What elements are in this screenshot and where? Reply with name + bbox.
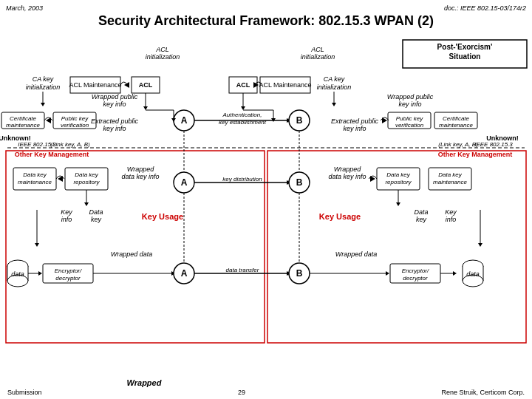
svg-text:verification: verification xyxy=(395,122,424,129)
svg-text:maintenance: maintenance xyxy=(433,179,467,185)
svg-text:Data: Data xyxy=(89,208,103,216)
svg-text:repository: repository xyxy=(73,179,100,185)
svg-text:ACL: ACL xyxy=(236,81,250,89)
svg-text:info: info xyxy=(446,216,457,223)
svg-text:Wrapped data: Wrapped data xyxy=(335,250,378,258)
svg-text:Wrapped: Wrapped xyxy=(127,378,162,387)
svg-text:A: A xyxy=(181,115,188,126)
svg-text:(Link key, A, B): (Link key, A, B) xyxy=(50,141,90,148)
svg-text:ACL: ACL xyxy=(139,81,153,89)
svg-text:Data key: Data key xyxy=(75,171,99,178)
svg-text:key distribution: key distribution xyxy=(222,176,262,183)
svg-text:initialization: initialization xyxy=(146,53,180,61)
header-left: March, 2003 xyxy=(6,4,43,12)
footer-page-number: 29 xyxy=(238,389,245,396)
svg-text:key info: key info xyxy=(103,100,126,108)
svg-text:B: B xyxy=(296,177,303,188)
svg-marker-137 xyxy=(453,271,457,276)
svg-text:Data: Data xyxy=(414,208,428,216)
svg-text:Wrapped public: Wrapped public xyxy=(92,93,138,100)
header-right: doc.: IEEE 802.15-03/174r2 xyxy=(444,4,526,12)
svg-marker-22 xyxy=(41,103,45,106)
footer-author: Rene Struik, Certicom Corp. xyxy=(441,389,525,396)
footer: Submission 29 Rene Struik, Certicom Corp… xyxy=(0,389,532,396)
svg-marker-108 xyxy=(478,243,482,247)
svg-text:Wrapped: Wrapped xyxy=(334,166,362,173)
svg-text:key: key xyxy=(91,216,102,223)
svg-text:Wrapped: Wrapped xyxy=(127,166,155,173)
svg-text:initialization: initialization xyxy=(26,83,61,91)
svg-text:key info: key info xyxy=(103,125,126,132)
page: March, 2003 doc.: IEEE 802.15-03/174r2 S… xyxy=(0,0,532,399)
svg-text:(Link key, A, B): (Link key, A, B) xyxy=(438,141,478,148)
svg-text:Extracted public: Extracted public xyxy=(331,117,379,125)
svg-text:Authentication,: Authentication, xyxy=(222,112,262,118)
svg-text:decryptor: decryptor xyxy=(403,275,428,282)
svg-text:ACL: ACL xyxy=(155,46,169,53)
svg-text:B: B xyxy=(296,268,303,279)
svg-text:Key: Key xyxy=(445,208,457,216)
svg-text:Public key: Public key xyxy=(396,115,423,122)
svg-text:Wrapped public: Wrapped public xyxy=(387,93,434,100)
svg-text:Data key: Data key xyxy=(386,171,411,178)
svg-text:Certificate: Certificate xyxy=(443,115,470,122)
svg-text:Encryptor/: Encryptor/ xyxy=(55,267,82,274)
diagram: Post-'Exorcism' Situation ACL initializa… xyxy=(0,38,532,399)
svg-text:Certificate: Certificate xyxy=(10,115,37,122)
svg-text:initialization: initialization xyxy=(301,53,335,61)
svg-marker-24 xyxy=(332,103,336,106)
svg-text:ACL Maintenance: ACL Maintenance xyxy=(259,81,311,89)
svg-text:key info: key info xyxy=(398,100,421,108)
svg-marker-149 xyxy=(143,106,148,110)
svg-text:data transfer: data transfer xyxy=(226,267,259,273)
svg-text:Key: Key xyxy=(61,208,72,216)
footer-submission: Submission xyxy=(7,389,42,396)
svg-text:Encryptor/: Encryptor/ xyxy=(402,267,429,274)
svg-text:Extracted public: Extracted public xyxy=(91,117,139,125)
svg-text:A: A xyxy=(181,177,188,188)
header: March, 2003 doc.: IEEE 802.15-03/174r2 xyxy=(6,4,526,12)
svg-marker-94 xyxy=(396,202,400,206)
svg-text:repository: repository xyxy=(385,179,412,185)
svg-text:data key info: data key info xyxy=(328,173,366,180)
svg-text:CA key: CA key xyxy=(324,75,345,83)
svg-text:Public key: Public key xyxy=(61,115,89,122)
svg-text:maintenance: maintenance xyxy=(18,179,52,185)
svg-text:Key Usage: Key Usage xyxy=(319,212,361,221)
svg-text:Situation: Situation xyxy=(449,52,481,61)
svg-marker-106 xyxy=(35,243,39,247)
svg-text:CA key: CA key xyxy=(33,75,54,83)
svg-marker-11 xyxy=(124,82,129,88)
svg-text:IEEE 802.15.3: IEEE 802.15.3 xyxy=(474,141,513,148)
svg-text:verification: verification xyxy=(61,122,89,129)
svg-text:ACL: ACL xyxy=(310,46,324,53)
svg-text:maintenance: maintenance xyxy=(439,122,473,129)
svg-text:data key info: data key info xyxy=(121,173,159,180)
svg-text:info: info xyxy=(61,216,72,223)
svg-text:decryptor: decryptor xyxy=(55,275,81,282)
svg-text:Key Usage: Key Usage xyxy=(142,212,183,221)
svg-text:B: B xyxy=(296,115,303,126)
svg-text:data: data xyxy=(11,270,24,278)
svg-text:key info: key info xyxy=(343,125,366,132)
svg-marker-132 xyxy=(386,271,389,276)
svg-text:Post-'Exorcism': Post-'Exorcism' xyxy=(437,43,493,51)
svg-text:maintenance: maintenance xyxy=(6,122,40,129)
svg-text:Data key: Data key xyxy=(438,171,463,178)
svg-text:key: key xyxy=(416,216,427,223)
svg-text:Data key: Data key xyxy=(23,171,47,178)
svg-text:data: data xyxy=(466,270,480,278)
svg-text:initialization: initialization xyxy=(317,83,352,91)
svg-marker-92 xyxy=(84,202,89,206)
svg-text:Other Key Management: Other Key Management xyxy=(15,151,89,158)
svg-marker-116 xyxy=(38,271,42,276)
svg-text:Other Key Management: Other Key Management xyxy=(438,151,513,158)
svg-text:ACL Maintenance: ACL Maintenance xyxy=(69,81,121,89)
svg-text:Wrapped data: Wrapped data xyxy=(111,250,153,258)
svg-marker-151 xyxy=(241,106,245,110)
page-title: Security Architectural Framework: 802.15… xyxy=(6,13,526,29)
svg-text:A: A xyxy=(181,268,188,279)
